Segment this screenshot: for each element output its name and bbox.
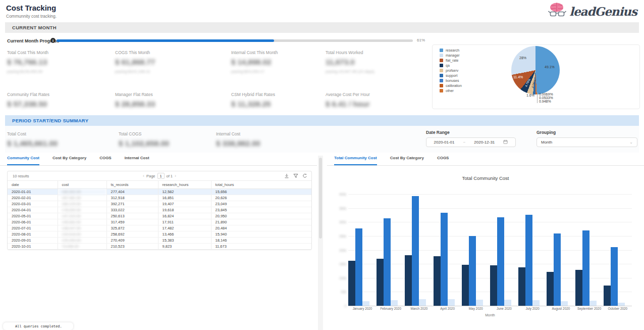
table-cell: 178,054.00 xyxy=(58,207,106,213)
table-cell: 277,404 xyxy=(106,188,158,195)
bar-cost[interactable] xyxy=(518,267,525,306)
bar-total_hours[interactable] xyxy=(589,301,597,306)
bar-total_hours[interactable] xyxy=(391,300,398,306)
bar-ts_records[interactable] xyxy=(469,236,476,306)
next-page-button[interactable]: › xyxy=(175,173,176,178)
bar-ts_records[interactable] xyxy=(355,228,362,306)
page-subtitle: Communnity cost tracking. xyxy=(6,14,57,19)
prev-page-button[interactable]: ‹ xyxy=(143,173,144,178)
refresh-icon[interactable] xyxy=(302,173,307,178)
page-title: Cost Tracking xyxy=(6,4,56,12)
legend-item-flat_rate[interactable]: flat_rate xyxy=(440,58,462,63)
bar-ts_records[interactable] xyxy=(554,233,561,306)
stat-value: $ 338,982.00 xyxy=(216,139,322,148)
legend-item-manager[interactable]: manager xyxy=(440,53,462,58)
bar-total_hours[interactable] xyxy=(448,299,455,306)
column-header-total_hours[interactable]: total_hours xyxy=(211,181,311,188)
pie-chart[interactable] xyxy=(511,46,560,95)
bar-total_hours[interactable] xyxy=(476,300,483,306)
bar-cost[interactable] xyxy=(575,270,582,306)
legend-swatch-icon xyxy=(440,54,443,57)
table-row[interactable]: 2020-04-01178,054.00333,02219,61823,845 xyxy=(8,207,311,213)
stat-value: $ 57,338.50 xyxy=(7,100,113,108)
table-cell: 2020-03-01 xyxy=(8,201,58,207)
legend-item-bonuses[interactable]: bonuses xyxy=(440,78,462,83)
bar-total_hours[interactable] xyxy=(532,300,540,306)
bar-total_hours[interactable] xyxy=(504,300,511,306)
bar-cost[interactable] xyxy=(490,265,497,306)
legend-item-other[interactable]: other xyxy=(440,88,462,93)
tab-community-cost[interactable]: Community Cost xyxy=(7,156,39,165)
filter-icon[interactable] xyxy=(293,173,298,178)
table-row[interactable]: 2020-07-01138,447.00325,87217,48220,484 xyxy=(8,225,311,231)
column-header-research_hours[interactable]: research_hours xyxy=(158,181,211,188)
table-cell: 325,872 xyxy=(106,225,158,231)
y-tick-label: 150k xyxy=(339,262,346,266)
grouping-select[interactable]: Month ⌄ xyxy=(536,137,637,147)
page-number-input[interactable]: 1 xyxy=(157,173,165,179)
tab-total-community-cost[interactable]: Total Community Cost xyxy=(334,156,377,165)
tab-cogs[interactable]: COGS xyxy=(99,156,112,165)
bar-cost[interactable] xyxy=(434,256,441,306)
table-cell: 11,673 xyxy=(211,243,311,249)
bar-cost[interactable] xyxy=(462,265,469,306)
column-header-date[interactable]: date xyxy=(8,181,58,188)
tab-cost-by-category[interactable]: Cost By Category xyxy=(390,156,424,165)
page-label: Page xyxy=(146,174,155,178)
bar-total_hours[interactable] xyxy=(362,301,369,306)
stat-block: Total Cost This Month$ 76,766.13pacing $… xyxy=(7,50,113,74)
bar-ts_records[interactable] xyxy=(441,213,448,306)
legend-item-research[interactable]: research xyxy=(440,48,462,53)
legend-item-support[interactable]: support xyxy=(440,73,462,78)
stat-subtext: pacing $125,490.00 xyxy=(7,69,113,74)
column-header-cost[interactable]: cost xyxy=(58,181,106,188)
table-row[interactable]: 2020-03-01180,229.00392,27119,40723,049 xyxy=(8,201,311,207)
pie-legend: researchmanagerflat_rateqaprofservsuppor… xyxy=(440,48,462,93)
bar-total_hours[interactable] xyxy=(419,299,426,306)
table-row[interactable]: 2020-01-01160,302.00277,40412,58215,656 xyxy=(8,188,311,195)
table-row[interactable]: 2020-05-01147,310.00250,61316,82420,950 xyxy=(8,213,311,219)
legend-item-profserv[interactable]: profserv xyxy=(440,68,462,73)
bar-ts_records[interactable] xyxy=(412,196,419,306)
panel-scrollbar-thumb[interactable] xyxy=(319,158,322,239)
calendar-icon[interactable] xyxy=(503,139,508,145)
table-row[interactable]: 2020-09-01129,263.00270,40915,38318,146 xyxy=(8,237,311,243)
stat-block: CSM Hybrid Flat Rates$ 11,328.25 xyxy=(231,92,337,108)
bar-ts_records[interactable] xyxy=(384,218,391,306)
pie-label-manager: 28% xyxy=(519,56,526,60)
bar-total_hours[interactable] xyxy=(618,303,625,306)
bar-total_hours[interactable] xyxy=(561,301,568,306)
bar-cost[interactable] xyxy=(405,255,412,306)
column-header-ts_records[interactable]: ts_records xyxy=(106,181,158,188)
bar-ts_records[interactable] xyxy=(525,215,532,306)
legend-swatch-icon xyxy=(440,79,443,82)
table-cell: 15,940 xyxy=(211,231,311,237)
bar-cost[interactable] xyxy=(604,286,611,306)
stat-value: $ 1,465,661.00 xyxy=(7,139,113,148)
y-tick-label: 350k xyxy=(339,206,346,210)
info-icon[interactable]: i xyxy=(50,38,56,43)
bar-ts_records[interactable] xyxy=(497,217,504,306)
tab-cost-by-category[interactable]: Cost By Category xyxy=(52,156,86,165)
date-start[interactable]: 2020-01-01 xyxy=(434,140,455,145)
legend-item-calibration[interactable]: calibration xyxy=(440,83,462,88)
date-range-input[interactable]: 2020-01-01 ~ 2020-12-31 xyxy=(426,137,516,147)
download-icon[interactable] xyxy=(284,173,289,178)
tab-internal-cost[interactable]: Internal Cost xyxy=(125,156,149,165)
table-cell: 2020-06-01 xyxy=(8,219,58,225)
table-cell: 17,482 xyxy=(158,225,211,231)
date-end[interactable]: 2020-12-31 xyxy=(474,140,495,145)
stat-label: Internal Cost xyxy=(216,131,322,136)
table-row[interactable]: 2020-08-01120,518.00258,69213,46615,940 xyxy=(8,231,311,237)
bar-cost[interactable] xyxy=(348,261,355,306)
legend-item-qa[interactable]: qa xyxy=(440,63,462,68)
bar-cost[interactable] xyxy=(547,272,554,306)
table-row[interactable]: 2020-02-01167,481.00312,51816,85120,626 xyxy=(8,195,311,201)
tab-cogs[interactable]: COGS xyxy=(437,156,449,165)
table-row[interactable]: 2020-06-01145,062.00317,45917,91121,890 xyxy=(8,219,311,225)
table-row[interactable]: 2020-10-0173,096.00210,5239,82311,673 xyxy=(8,243,311,249)
bar-cost[interactable] xyxy=(377,259,384,306)
bar-ts_records[interactable] xyxy=(582,230,589,306)
bar-ts_records[interactable] xyxy=(611,247,618,306)
table-cell: 19,407 xyxy=(158,201,211,207)
